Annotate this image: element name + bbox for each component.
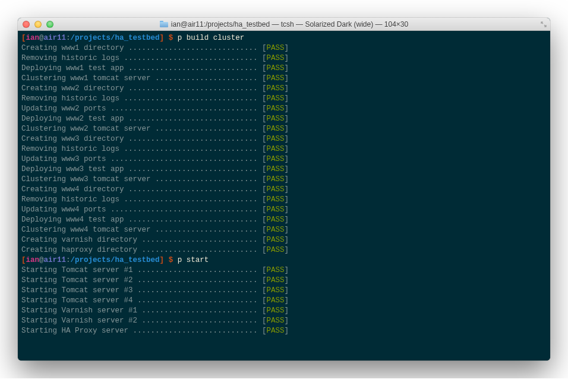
status-bracket-open: [ xyxy=(262,296,267,305)
status-bracket-close: ] xyxy=(285,74,289,83)
status-text: PASS xyxy=(267,145,285,153)
status-bracket-close: ] xyxy=(285,54,289,62)
output-line: Deploying www1 test app ................… xyxy=(21,64,547,74)
output-line: Creating haproxy directory .............… xyxy=(21,245,547,255)
prompt-line: [ian@air11:/projects/ha_testbed] $ p bui… xyxy=(21,33,547,43)
status-bracket-open: [ xyxy=(262,54,267,62)
output-line: Clustering www2 tomcat server ..........… xyxy=(21,124,547,134)
status-bracket-open: [ xyxy=(262,44,267,52)
output-line: Creating www1 directory ................… xyxy=(21,43,547,53)
status-bracket-open: [ xyxy=(262,145,267,153)
status-bracket-close: ] xyxy=(285,286,289,295)
prompt-bracket-open: [ xyxy=(21,34,26,42)
prompt-user: ian xyxy=(26,34,40,42)
status-bracket-close: ] xyxy=(285,94,289,103)
status-bracket-open: [ xyxy=(262,105,267,113)
window-title: ian@air11:/projects/ha_testbed — tcsh — … xyxy=(171,20,408,29)
status-text: PASS xyxy=(267,266,285,274)
status-bracket-open: [ xyxy=(262,175,267,184)
task-text: Clustering www3 tomcat server ..........… xyxy=(21,175,262,184)
output-line: Removing historic logs .................… xyxy=(21,53,547,64)
output-line: Deploying www4 test app ................… xyxy=(21,215,547,225)
task-text: Removing historic logs .................… xyxy=(21,94,262,103)
output-line: Starting HA Proxy server ...............… xyxy=(21,326,547,336)
status-text: PASS xyxy=(267,125,285,133)
task-text: Starting Tomcat server #2 ..............… xyxy=(21,276,262,284)
status-bracket-open: [ xyxy=(262,135,267,143)
status-text: PASS xyxy=(267,327,285,335)
status-text: PASS xyxy=(267,317,285,325)
status-bracket-close: ] xyxy=(285,296,289,305)
status-bracket-close: ] xyxy=(285,175,289,184)
output-line: Starting Tomcat server #1 ..............… xyxy=(21,265,547,276)
output-line: Creating www2 directory ................… xyxy=(21,84,547,94)
status-bracket-open: [ xyxy=(262,125,267,133)
prompt-path: /projects/ha_testbed xyxy=(71,256,160,264)
status-bracket-open: [ xyxy=(262,276,267,284)
output-line: Removing historic logs .................… xyxy=(21,94,547,104)
task-text: Starting Varnish server #2 .............… xyxy=(21,317,262,325)
status-bracket-close: ] xyxy=(285,105,289,113)
task-text: Deploying www2 test app ................… xyxy=(21,115,262,123)
output-line: Removing historic logs .................… xyxy=(21,144,547,154)
zoom-button[interactable] xyxy=(46,21,53,28)
prompt-host: air11 xyxy=(44,256,67,264)
task-text: Updating www4 ports ....................… xyxy=(21,206,262,214)
title-wrap: ian@air11:/projects/ha_testbed — tcsh — … xyxy=(18,20,550,29)
task-text: Creating www2 directory ................… xyxy=(21,84,262,93)
status-bracket-open: [ xyxy=(262,74,267,83)
output-line: Starting Tomcat server #2 ..............… xyxy=(21,276,547,286)
titlebar[interactable]: ian@air11:/projects/ha_testbed — tcsh — … xyxy=(18,18,550,31)
expand-icon[interactable] xyxy=(541,21,547,27)
status-bracket-close: ] xyxy=(285,84,289,93)
output-line: Clustering www4 tomcat server ..........… xyxy=(21,225,547,235)
task-text: Starting Tomcat server #4 ..............… xyxy=(21,296,262,305)
status-text: PASS xyxy=(267,44,285,52)
status-text: PASS xyxy=(267,276,285,284)
status-bracket-close: ] xyxy=(285,145,289,153)
status-bracket-close: ] xyxy=(285,317,289,325)
status-bracket-open: [ xyxy=(262,327,267,335)
status-bracket-open: [ xyxy=(262,165,267,173)
output-line: Clustering www3 tomcat server ..........… xyxy=(21,175,547,185)
output-line: Starting Varnish server #1 .............… xyxy=(21,306,547,316)
status-bracket-close: ] xyxy=(285,216,289,224)
status-text: PASS xyxy=(267,155,285,163)
status-bracket-close: ] xyxy=(285,226,289,234)
task-text: Clustering www2 tomcat server ..........… xyxy=(21,125,262,133)
status-bracket-close: ] xyxy=(285,327,289,335)
status-text: PASS xyxy=(267,115,285,123)
status-bracket-close: ] xyxy=(285,266,289,274)
prompt-at: @ xyxy=(39,34,44,42)
status-text: PASS xyxy=(267,175,285,184)
close-button[interactable] xyxy=(23,21,30,28)
status-text: PASS xyxy=(267,216,285,224)
status-bracket-open: [ xyxy=(262,94,267,103)
terminal-body[interactable]: [ian@air11:/projects/ha_testbed] $ p bui… xyxy=(18,31,550,361)
prompt-path: /projects/ha_testbed xyxy=(71,34,160,42)
task-text: Starting Tomcat server #3 ..............… xyxy=(21,286,262,295)
command-text: p start xyxy=(178,256,209,264)
status-text: PASS xyxy=(267,54,285,62)
status-bracket-open: [ xyxy=(262,286,267,295)
status-bracket-close: ] xyxy=(285,195,289,204)
status-bracket-open: [ xyxy=(262,185,267,194)
prompt-colon: : xyxy=(66,256,71,264)
task-text: Starting Tomcat server #1 ..............… xyxy=(21,266,262,274)
status-text: PASS xyxy=(267,236,285,244)
task-text: Creating varnish directory .............… xyxy=(21,236,262,244)
status-text: PASS xyxy=(267,94,285,103)
task-text: Deploying www3 test app ................… xyxy=(21,165,262,173)
status-bracket-close: ] xyxy=(285,165,289,173)
minimize-button[interactable] xyxy=(34,21,42,28)
output-line: Deploying www2 test app ................… xyxy=(21,114,547,124)
task-text: Creating haproxy directory .............… xyxy=(21,246,262,254)
output-line: Deploying www3 test app ................… xyxy=(21,165,547,175)
task-text: Starting HA Proxy server ...............… xyxy=(21,327,262,335)
command-text: p build cluster xyxy=(178,34,245,42)
output-line: Creating www3 directory ................… xyxy=(21,134,547,144)
status-bracket-close: ] xyxy=(285,115,289,123)
status-bracket-close: ] xyxy=(285,306,289,315)
task-text: Creating www1 directory ................… xyxy=(21,44,262,52)
status-text: PASS xyxy=(267,226,285,234)
